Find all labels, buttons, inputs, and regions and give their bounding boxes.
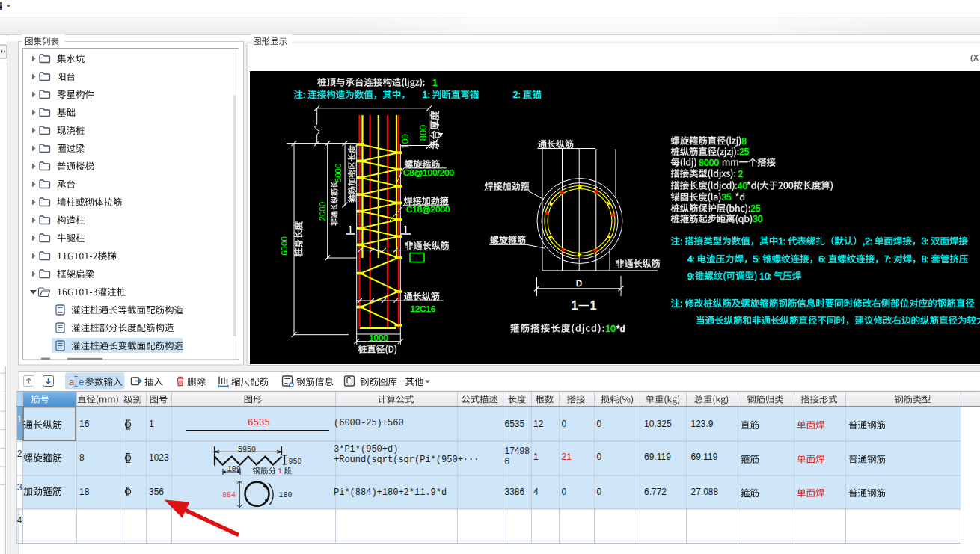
svg-text:69.119: 69.119: [691, 452, 718, 462]
svg-text:16: 16: [79, 419, 90, 429]
svg-text:17498: 17498: [505, 446, 530, 456]
svg-text:1: 1: [278, 467, 282, 475]
svg-text:4: 4: [687, 254, 693, 265]
svg-text:1023: 1023: [149, 452, 169, 463]
svg-text:1: 1: [423, 90, 428, 100]
svg-text:*d: *d: [616, 324, 625, 334]
svg-text:35: 35: [721, 192, 732, 203]
svg-text:2000: 2000: [318, 202, 327, 221]
svg-text:D: D: [576, 279, 582, 288]
svg-text:1: 1: [17, 414, 22, 425]
svg-text:4: 4: [17, 515, 22, 526]
svg-text:2: 2: [17, 449, 22, 459]
svg-text:C18@2000: C18@2000: [406, 205, 450, 214]
svg-text:8: 8: [79, 452, 85, 463]
svg-text:2: 2: [513, 90, 518, 100]
svg-text:8: 8: [741, 136, 747, 147]
svg-text:180: 180: [278, 491, 292, 499]
svg-text:18: 18: [79, 487, 90, 497]
svg-text:4: 4: [533, 487, 539, 497]
svg-text:1: 1: [533, 452, 539, 462]
svg-text:5: 5: [753, 254, 759, 265]
svg-text:356: 356: [149, 487, 164, 497]
svg-text:12: 12: [533, 419, 544, 429]
svg-text:1: 1: [149, 419, 154, 429]
svg-text:2: 2: [738, 169, 744, 179]
svg-text:1000: 1000: [369, 333, 388, 342]
svg-text:+Round(sqrt(sqr(Pi*(950+···: +Round(sqrt(sqr(Pi*(950+···: [334, 455, 479, 465]
svg-text:6535: 6535: [248, 418, 270, 428]
svg-text:3: 3: [17, 482, 22, 493]
svg-text:0: 0: [562, 487, 567, 497]
svg-text:25: 25: [750, 203, 761, 214]
svg-text:100: 100: [400, 134, 411, 149]
svg-text:10: 10: [606, 324, 616, 334]
svg-text:7: 7: [884, 254, 889, 265]
svg-text:6: 6: [505, 456, 510, 467]
svg-text:0: 0: [597, 487, 602, 497]
svg-text:21: 21: [562, 452, 572, 462]
svg-text:2: 2: [865, 236, 870, 247]
svg-text:0: 0: [562, 419, 567, 429]
svg-text:5950: 5950: [238, 446, 256, 454]
svg-text:3: 3: [921, 236, 926, 247]
svg-text:123.9: 123.9: [691, 419, 714, 429]
svg-text:0: 0: [597, 452, 602, 462]
svg-text:6: 6: [818, 254, 824, 265]
svg-text:3386: 3386: [505, 487, 525, 497]
svg-text:C8@100/200: C8@100/200: [403, 168, 454, 177]
svg-text:10.325: 10.325: [644, 419, 672, 429]
svg-text:6535: 6535: [505, 419, 525, 429]
svg-text:1: 1: [589, 298, 596, 312]
svg-text:9: 9: [687, 271, 693, 282]
svg-text:27.088: 27.088: [691, 487, 719, 497]
svg-text:a: a: [69, 376, 75, 387]
svg-text:8: 8: [922, 254, 927, 265]
svg-text:1: 1: [778, 236, 783, 247]
svg-text:800: 800: [417, 125, 429, 141]
svg-text:25: 25: [739, 147, 750, 157]
svg-text:3*Pi*(950+d): 3*Pi*(950+d): [334, 444, 398, 455]
svg-text:12C16: 12C16: [411, 304, 436, 313]
svg-text:6000: 6000: [280, 236, 289, 256]
svg-text:40: 40: [738, 181, 748, 191]
svg-text:8000: 8000: [699, 158, 719, 168]
svg-text:884: 884: [222, 491, 236, 499]
svg-text:30: 30: [753, 214, 763, 224]
svg-text:1: 1: [571, 298, 578, 312]
svg-text:0: 0: [597, 419, 602, 429]
svg-text:1: 1: [432, 78, 438, 88]
svg-text:69.119: 69.119: [644, 452, 671, 462]
svg-text:e: e: [79, 376, 84, 387]
svg-text:6.772: 6.772: [644, 487, 667, 497]
svg-text:Pi*(884)+180+2*11.9*d: Pi*(884)+180+2*11.9*d: [334, 487, 447, 498]
svg-text:(X: (X: [970, 53, 979, 62]
svg-text:(6000-25)+560: (6000-25)+560: [334, 418, 404, 428]
svg-text:5000: 5000: [334, 164, 343, 183]
svg-text:10: 10: [759, 271, 770, 282]
svg-text:950: 950: [289, 458, 302, 466]
